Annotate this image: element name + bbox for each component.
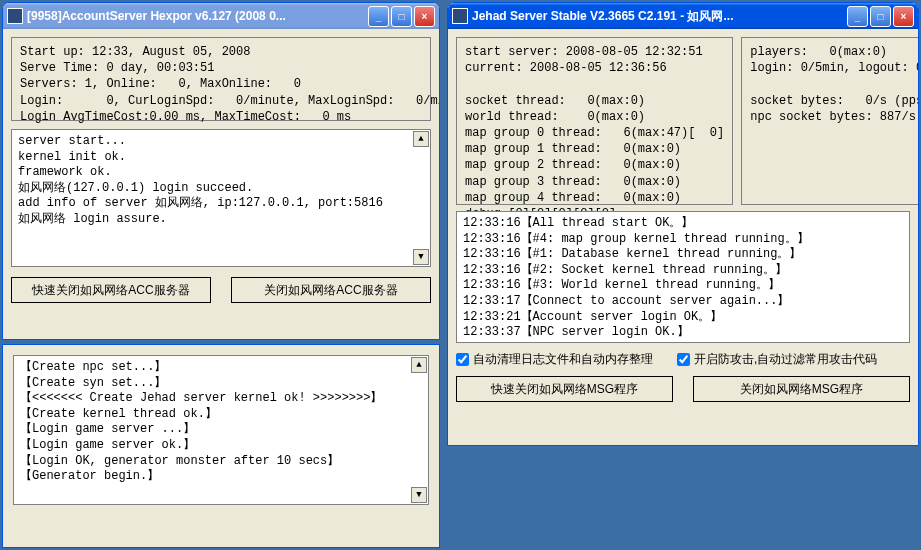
checkbox-row: 自动清理日志文件和自动内存整理 开启防攻击,自动过滤常用攻击代码: [456, 351, 910, 368]
npc-server-window: 【Create npc set...】 【Create syn set...】 …: [2, 344, 440, 548]
app-icon: [7, 8, 23, 24]
window-controls: _ □ ×: [847, 6, 914, 27]
auto-clean-checkbox[interactable]: 自动清理日志文件和自动内存整理: [456, 351, 653, 368]
checkbox-input[interactable]: [456, 353, 469, 366]
button-row: 快速关闭如风网络ACC服务器 关闭如风网络ACC服务器: [11, 277, 431, 303]
anti-attack-checkbox[interactable]: 开启防攻击,自动过滤常用攻击代码: [677, 351, 877, 368]
titlebar[interactable]: [9958]AccountServer Hexpor v6.127 (2008 …: [3, 3, 439, 29]
client-area: start server: 2008-08-05 12:32:51 curren…: [448, 29, 918, 410]
log-output[interactable]: 12:33:16【All thread start OK。】 12:33:16【…: [456, 211, 910, 343]
button-row: 快速关闭如风网络MSG程序 关闭如风网络MSG程序: [456, 376, 910, 402]
server-stats-left: start server: 2008-08-05 12:32:51 curren…: [456, 37, 733, 205]
scroll-down-icon[interactable]: ▼: [413, 249, 429, 265]
close-button[interactable]: ×: [414, 6, 435, 27]
client-area: 【Create npc set...】 【Create syn set...】 …: [3, 345, 439, 515]
checkbox-label: 开启防攻击,自动过滤常用攻击代码: [694, 351, 877, 368]
minimize-button[interactable]: _: [368, 6, 389, 27]
minimize-button[interactable]: _: [847, 6, 868, 27]
scroll-up-icon[interactable]: ▲: [411, 357, 427, 373]
log-output[interactable]: 【Create npc set...】 【Create syn set...】 …: [13, 355, 429, 505]
client-area: Start up: 12:33, August 05, 2008 Serve T…: [3, 29, 439, 311]
close-acc-button[interactable]: 关闭如风网络ACC服务器: [231, 277, 431, 303]
log-output[interactable]: server start... kernel init ok. framewor…: [11, 129, 431, 267]
log-text: 【Create npc set...】 【Create syn set...】 …: [20, 360, 382, 483]
maximize-button[interactable]: □: [870, 6, 891, 27]
maximize-button[interactable]: □: [391, 6, 412, 27]
server-stats-right: players: 0(max:0) login: 0/5min, logout:…: [741, 37, 919, 205]
window-title: [9958]AccountServer Hexpor v6.127 (2008 …: [27, 9, 368, 23]
log-text: 12:33:16【All thread start OK。】 12:33:16【…: [463, 216, 809, 339]
account-server-window: [9958]AccountServer Hexpor v6.127 (2008 …: [2, 2, 440, 340]
titlebar[interactable]: Jehad Server Stable V2.3665 C2.191 - 如风网…: [448, 3, 918, 29]
close-msg-button[interactable]: 关闭如风网络MSG程序: [693, 376, 910, 402]
fast-close-msg-button[interactable]: 快速关闭如风网络MSG程序: [456, 376, 673, 402]
server-stats: Start up: 12:33, August 05, 2008 Serve T…: [11, 37, 431, 121]
scroll-down-icon[interactable]: ▼: [411, 487, 427, 503]
checkbox-label: 自动清理日志文件和自动内存整理: [473, 351, 653, 368]
fast-close-acc-button[interactable]: 快速关闭如风网络ACC服务器: [11, 277, 211, 303]
window-controls: _ □ ×: [368, 6, 435, 27]
log-text: server start... kernel init ok. framewor…: [18, 134, 383, 226]
stats-row: start server: 2008-08-05 12:32:51 curren…: [456, 37, 910, 205]
app-icon: [452, 8, 468, 24]
scroll-up-icon[interactable]: ▲: [413, 131, 429, 147]
window-title: Jehad Server Stable V2.3665 C2.191 - 如风网…: [472, 8, 847, 25]
jehad-server-window: Jehad Server Stable V2.3665 C2.191 - 如风网…: [447, 2, 919, 446]
close-button[interactable]: ×: [893, 6, 914, 27]
checkbox-input[interactable]: [677, 353, 690, 366]
